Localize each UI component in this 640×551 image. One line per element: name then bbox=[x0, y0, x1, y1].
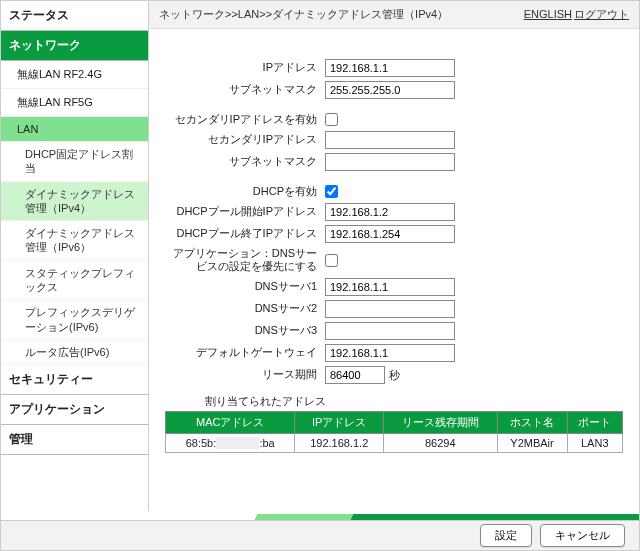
dns3-label: DNSサーバ3 bbox=[165, 324, 325, 338]
sidebar-group-security[interactable]: セキュリティー bbox=[1, 365, 148, 395]
ip-input[interactable] bbox=[325, 59, 455, 77]
sidebar-sub-dynaddr-ipv4[interactable]: ダイナミックアドレス管理（IPv4） bbox=[1, 182, 148, 222]
cell-mac: 68:5b:xx:xx:xx:ba bbox=[166, 434, 295, 453]
content: IPアドレス サブネットマスク セカンダリIPアドレスを有効 セカンダリIPアド… bbox=[149, 29, 639, 511]
dns2-input[interactable] bbox=[325, 300, 455, 318]
sidebar-group-application[interactable]: アプリケーション bbox=[1, 395, 148, 425]
footer: 設定 キャンセル bbox=[1, 514, 639, 550]
cell-ip: 192.168.1.2 bbox=[295, 434, 384, 453]
gw-label: デフォルトゲートウェイ bbox=[165, 346, 325, 360]
dhcp-enable-label: DHCPを有効 bbox=[165, 185, 325, 199]
sidebar-group-status[interactable]: ステータス bbox=[1, 1, 148, 31]
logout-link[interactable]: ログアウト bbox=[574, 8, 629, 20]
sec-enable-label: セカンダリIPアドレスを有効 bbox=[165, 113, 325, 127]
app-dns-label: アプリケーション：DNSサービスの設定を優先にする bbox=[165, 247, 325, 275]
dhcp-enable-checkbox[interactable] bbox=[325, 185, 338, 198]
pool-end-label: DHCPプール終了IPアドレス bbox=[165, 227, 325, 241]
sec-ip-label: セカンダリIPアドレス bbox=[165, 133, 325, 147]
th-ip: IPアドレス bbox=[295, 412, 384, 434]
assigned-title: 割り当てられたアドレス bbox=[205, 394, 623, 409]
sidebar-sub-dhcp-fixed[interactable]: DHCP固定アドレス割当 bbox=[1, 142, 148, 182]
cancel-button[interactable]: キャンセル bbox=[540, 524, 625, 547]
sec-ip-input[interactable] bbox=[325, 131, 455, 149]
cell-lease: 86294 bbox=[384, 434, 498, 453]
dns1-input[interactable] bbox=[325, 278, 455, 296]
subnet-input[interactable] bbox=[325, 81, 455, 99]
assigned-table: MACアドレス IPアドレス リース残存期間 ホスト名 ポート 68:5b:xx… bbox=[165, 411, 623, 453]
sidebar-group-admin[interactable]: 管理 bbox=[1, 425, 148, 455]
sidebar-sub-static-prefix[interactable]: スタティックプレフィックス bbox=[1, 261, 148, 301]
topbar: ネットワーク>>LAN>>ダイナミックアドレス管理（IPv4） ENGLISHロ… bbox=[149, 1, 639, 29]
english-link[interactable]: ENGLISH bbox=[524, 8, 572, 20]
sec-enable-checkbox[interactable] bbox=[325, 113, 338, 126]
breadcrumb: ネットワーク>>LAN>>ダイナミックアドレス管理（IPv4） bbox=[159, 7, 448, 22]
pool-start-input[interactable] bbox=[325, 203, 455, 221]
sidebar-sub-prefix-delegation[interactable]: プレフィックスデリゲーション(IPv6) bbox=[1, 300, 148, 340]
gw-input[interactable] bbox=[325, 344, 455, 362]
th-lease: リース残存期間 bbox=[384, 412, 498, 434]
sidebar-item-wlan24[interactable]: 無線LAN RF2.4G bbox=[1, 61, 148, 89]
sidebar-item-lan[interactable]: LAN bbox=[1, 117, 148, 142]
th-port: ポート bbox=[567, 412, 622, 434]
sidebar-item-wlan5[interactable]: 無線LAN RF5G bbox=[1, 89, 148, 117]
ip-label: IPアドレス bbox=[165, 61, 325, 75]
lease-label: リース期間 bbox=[165, 368, 325, 382]
lease-input[interactable] bbox=[325, 366, 385, 384]
sec-subnet-input[interactable] bbox=[325, 153, 455, 171]
pool-start-label: DHCPプール開始IPアドレス bbox=[165, 205, 325, 219]
cell-port: LAN3 bbox=[567, 434, 622, 453]
sidebar-group-network[interactable]: ネットワーク bbox=[1, 31, 148, 61]
sidebar-sub-dynaddr-ipv6[interactable]: ダイナミックアドレス管理（IPv6） bbox=[1, 221, 148, 261]
sidebar: ステータス ネットワーク 無線LAN RF2.4G 無線LAN RF5G LAN… bbox=[1, 1, 149, 511]
dns3-input[interactable] bbox=[325, 322, 455, 340]
sec-subnet-label: サブネットマスク bbox=[165, 155, 325, 169]
pool-end-input[interactable] bbox=[325, 225, 455, 243]
cell-host: Y2MBAir bbox=[497, 434, 567, 453]
app-dns-checkbox[interactable] bbox=[325, 254, 338, 267]
main-panel: ネットワーク>>LAN>>ダイナミックアドレス管理（IPv4） ENGLISHロ… bbox=[149, 1, 639, 511]
lease-unit: 秒 bbox=[389, 368, 400, 383]
dns1-label: DNSサーバ1 bbox=[165, 280, 325, 294]
th-host: ホスト名 bbox=[497, 412, 567, 434]
table-row: 68:5b:xx:xx:xx:ba 192.168.1.2 86294 Y2MB… bbox=[166, 434, 623, 453]
th-mac: MACアドレス bbox=[166, 412, 295, 434]
dns2-label: DNSサーバ2 bbox=[165, 302, 325, 316]
apply-button[interactable]: 設定 bbox=[480, 524, 532, 547]
sidebar-sub-router-adv[interactable]: ルータ広告(IPv6) bbox=[1, 340, 148, 365]
subnet-label: サブネットマスク bbox=[165, 83, 325, 97]
